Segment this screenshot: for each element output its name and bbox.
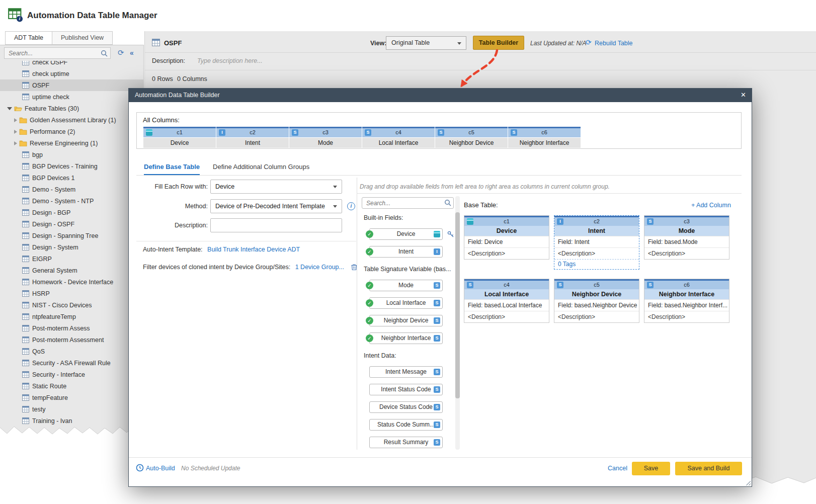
column-chip-c2[interactable]: Ic2 Intent bbox=[216, 127, 289, 148]
scrollbar-thumb[interactable] bbox=[455, 212, 460, 398]
column-description[interactable]: <Description> bbox=[554, 247, 639, 259]
sidebar-item-post-moterm-assess[interactable]: Post-moterm Assess bbox=[0, 322, 143, 334]
add-column-link[interactable]: + Add Column bbox=[691, 202, 732, 209]
column-chip-c4[interactable]: Sc4 Local Interface bbox=[362, 127, 435, 148]
save-and-build-button[interactable]: Save and Build bbox=[675, 462, 742, 475]
base-column-card-c3[interactable]: Sc3 Mode Field: based.Mode <Description> bbox=[644, 215, 729, 260]
field-chip-neighbor-device[interactable]: ✓ Neighbor Device S bbox=[369, 315, 443, 326]
fill-row-select[interactable]: Device bbox=[210, 180, 342, 194]
sidebar-item-homework-device-interface[interactable]: Homework - Device Interface bbox=[0, 276, 143, 288]
sidebar-item-label: Post-moterm Assess bbox=[32, 325, 90, 332]
tab-define-base-table[interactable]: Define Base Table bbox=[144, 163, 200, 176]
key-icon[interactable] bbox=[447, 231, 454, 238]
description-placeholder[interactable]: Type description here... bbox=[197, 57, 263, 64]
tab-adt-table[interactable]: ADT Table bbox=[5, 31, 52, 45]
sidebar-item-label: Golden Assessment Library (1) bbox=[30, 117, 116, 124]
table-icon bbox=[22, 151, 29, 158]
sidebar-item-design-system[interactable]: Design - System bbox=[0, 241, 143, 253]
column-description[interactable]: <Description> bbox=[464, 311, 549, 322]
rebuild-table-link[interactable]: Rebuild Table bbox=[595, 40, 633, 47]
sidebar-item-bgp[interactable]: bgp bbox=[0, 149, 143, 160]
column-chip-c1[interactable]: c1 Device bbox=[143, 127, 216, 148]
base-column-card-c6[interactable]: Sc6 Neighbor Interface Field: based.Neig… bbox=[644, 279, 729, 323]
collapsed-arrow-icon[interactable] bbox=[14, 141, 17, 145]
sidebar-item-hsrp[interactable]: HSRP bbox=[0, 288, 143, 299]
column-tags[interactable]: 0 Tags bbox=[554, 259, 639, 269]
sidebar-item-tempfeature[interactable]: tempFeature bbox=[0, 392, 143, 403]
fields-search-input[interactable] bbox=[362, 197, 454, 209]
field-chip-status-code-summary[interactable]: Status Code Summ... S bbox=[369, 419, 443, 431]
table-builder-button[interactable]: Table Builder bbox=[473, 36, 524, 50]
field-chip-device[interactable]: ✓ Device bbox=[369, 228, 443, 240]
dialog-titlebar[interactable]: Automation Data Table Builder ✕ bbox=[129, 89, 752, 102]
sidebar-item-testy[interactable]: testy bbox=[0, 403, 143, 415]
sidebar-folder-feature-tables[interactable]: Feature Tables (30) bbox=[0, 103, 143, 114]
view-select[interactable]: Original Table bbox=[386, 36, 466, 50]
sidebar-item-check-ospf[interactable]: check OSPF bbox=[0, 61, 143, 68]
sidebar-folder-performance[interactable]: Performance (2) bbox=[0, 126, 143, 137]
base-column-card-c1[interactable]: c1 Device Field: Device <Description> bbox=[464, 215, 549, 260]
column-description[interactable]: <Description> bbox=[644, 311, 729, 322]
sidebar-folder-golden-assessment[interactable]: Golden Assessment Library (1) bbox=[0, 114, 143, 126]
sidebar-item-static-route[interactable]: Static Route bbox=[0, 380, 143, 392]
auto-intent-template-link[interactable]: Build Trunk Interface Device ADT bbox=[207, 246, 300, 253]
column-chip-c5[interactable]: Sc5 Neighbor Device bbox=[435, 127, 508, 148]
sidebar-item-ntpfeaturetemp[interactable]: ntpfeatureTemp bbox=[0, 311, 143, 322]
field-chip-intent[interactable]: ✓ Intent I bbox=[369, 246, 443, 258]
field-chip-mode[interactable]: ✓ Mode S bbox=[369, 280, 443, 291]
sidebar-item-general-system[interactable]: General System bbox=[0, 265, 143, 276]
search-input[interactable] bbox=[4, 47, 111, 59]
field-chip-result-summary[interactable]: Result Summary S bbox=[369, 437, 443, 448]
column-description[interactable]: <Description> bbox=[464, 247, 549, 259]
sidebar-item-bgp-devices-1[interactable]: BGP Devices 1 bbox=[0, 172, 143, 184]
method-select[interactable]: Device of Pre-Decoded Intent Template bbox=[210, 199, 342, 213]
rebuild-icon[interactable]: ⟳ bbox=[586, 38, 592, 46]
field-chip-intent-message[interactable]: Intent Message S bbox=[369, 366, 443, 378]
device-group-link[interactable]: 1 Device Group... bbox=[295, 264, 344, 271]
close-icon[interactable]: ✕ bbox=[741, 91, 746, 99]
base-column-card-c2[interactable]: Ic2 Intent Field: Intent <Description> 0… bbox=[554, 215, 639, 270]
base-column-card-c4[interactable]: Sc4 Local Interface Field: based.Local I… bbox=[464, 279, 549, 323]
field-chip-local-interface[interactable]: ✓ Local Interface S bbox=[369, 297, 443, 309]
sidebar-item-post-moterm-assessment[interactable]: Post-moterm Assessment bbox=[0, 334, 143, 346]
sidebar-item-check-uptime[interactable]: check uptime bbox=[0, 68, 143, 79]
field-chip-neighbor-interface[interactable]: ✓ Neighbor Interface S bbox=[369, 332, 443, 344]
save-button[interactable]: Save bbox=[632, 462, 670, 475]
sidebar-item-eigrp[interactable]: EIGRP bbox=[0, 253, 143, 265]
sidebar-item-security-asa-firewall-rule[interactable]: Security - ASA Firewall Rule bbox=[0, 357, 143, 369]
column-description[interactable]: <Description> bbox=[554, 311, 639, 322]
collapsed-arrow-icon[interactable] bbox=[14, 118, 17, 122]
resize-grip[interactable] bbox=[745, 480, 751, 485]
sidebar-item-training-ivan[interactable]: Training - Ivan bbox=[0, 415, 143, 427]
field-chip-intent-status-code[interactable]: Intent Status Code S bbox=[369, 384, 443, 395]
sidebar-item-security-interface[interactable]: Security - Interface bbox=[0, 369, 143, 380]
description-input[interactable] bbox=[210, 218, 342, 232]
sidebar-item-design-bgp[interactable]: Design - BGP bbox=[0, 207, 143, 218]
sidebar-item-demo-system-ntp[interactable]: Demo - System - NTP bbox=[0, 195, 143, 207]
sidebar-folder-reverse-engineering[interactable]: Reverse Engineering (1) bbox=[0, 137, 143, 149]
column-chip-c3[interactable]: Sc3 Mode bbox=[289, 127, 362, 148]
sidebar-item-demo-system[interactable]: Demo - System bbox=[0, 184, 143, 195]
sidebar-item-nist-cisco-devices[interactable]: NIST - Cisco Devices bbox=[0, 299, 143, 311]
cancel-button[interactable]: Cancel bbox=[608, 465, 627, 472]
column-id: c2 bbox=[594, 218, 600, 224]
field-chip-device-status-code[interactable]: Device Status Code S bbox=[369, 401, 443, 413]
sidebar-item-qos[interactable]: QoS bbox=[0, 346, 143, 357]
expanded-arrow-icon[interactable] bbox=[7, 107, 12, 110]
refresh-icon[interactable]: ⟳ bbox=[118, 48, 124, 57]
tab-published-view[interactable]: Published View bbox=[52, 31, 113, 45]
sidebar-item-ospf-selected[interactable]: OSPF bbox=[0, 79, 143, 91]
collapse-sidebar-icon[interactable]: « bbox=[130, 49, 133, 57]
collapsed-arrow-icon[interactable] bbox=[14, 130, 17, 134]
base-column-card-c5[interactable]: Sc5 Neighbor Device Field: based.Neighbo… bbox=[554, 279, 639, 323]
column-description[interactable]: <Description> bbox=[644, 247, 729, 259]
sidebar-item-design-ospf[interactable]: Design - OSPF bbox=[0, 218, 143, 230]
auto-build-link[interactable]: Auto-Build bbox=[146, 465, 175, 472]
column-name: Mode bbox=[644, 226, 729, 236]
column-chip-c6[interactable]: Sc6 Neighbor Interface bbox=[508, 127, 581, 148]
sidebar-item-uptime-check[interactable]: uptime check bbox=[0, 91, 143, 103]
tab-define-additional-column-groups[interactable]: Define Additional Column Groups bbox=[213, 163, 309, 176]
info-icon[interactable]: i bbox=[347, 202, 355, 210]
sidebar-item-design-spanning-tree[interactable]: Design - Spanning Tree bbox=[0, 230, 143, 241]
sidebar-item-bgp-devices-training[interactable]: BGP Devices - Training bbox=[0, 160, 143, 172]
